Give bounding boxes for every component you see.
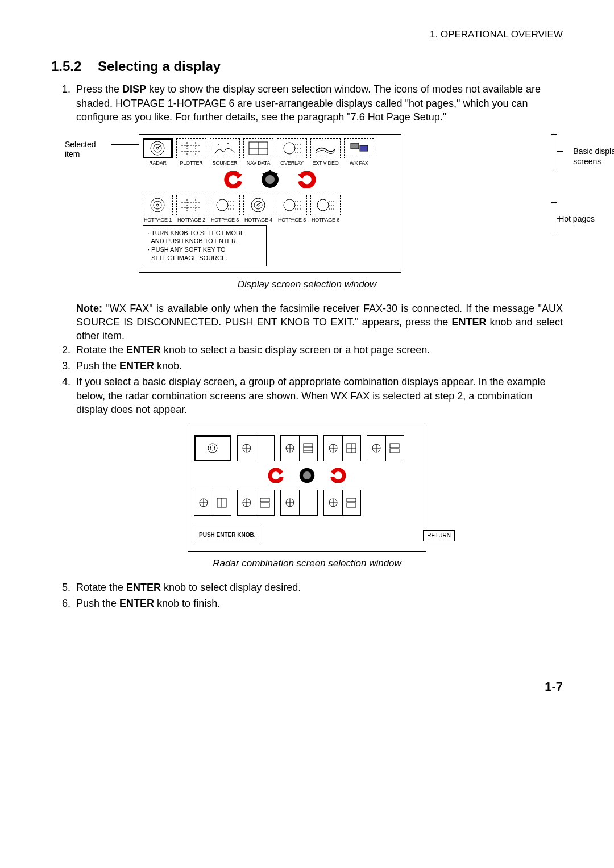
running-header: 1. OPERATIONAL OVERVIEW — [51, 28, 563, 41]
display-mode-thumb: HOTPAGE 6 — [310, 195, 341, 223]
note-paragraph: Note: "WX FAX" is available only when th… — [76, 302, 563, 343]
radar-icon — [243, 195, 273, 215]
svg-point-21 — [265, 175, 275, 184]
arrow-cw-icon — [329, 468, 347, 483]
arrow-cw-icon — [297, 171, 317, 188]
thumb-label: HOTPAGE 4 — [243, 216, 273, 223]
step-body: Rotate the ENTER knob to select a basic … — [76, 343, 563, 357]
step-number: 3. — [51, 359, 76, 373]
section-title: Selecting a display — [98, 59, 221, 74]
thumb-label: RADAR — [143, 160, 173, 166]
annot-hot-pages: Hot pages — [558, 214, 595, 224]
thumb-label: SOUNDER — [210, 160, 240, 166]
overlay-icon — [310, 195, 341, 215]
step-number: 5. — [51, 581, 76, 594]
thumb-label: HOTPAGE 5 — [277, 216, 307, 223]
svg-point-46 — [317, 199, 329, 211]
arrow-ccw-icon — [223, 171, 243, 188]
display-mode-thumb: OVERLAY — [277, 138, 307, 166]
push-enter-prompt: PUSH ENTER KNOB. — [194, 525, 260, 545]
svg-point-74 — [303, 471, 311, 479]
svg-point-9 — [227, 143, 229, 144]
step-body: If you select a basic display screen, a … — [76, 375, 563, 416]
page-number: 1-7 — [51, 678, 563, 695]
radar-icon — [143, 138, 173, 158]
display-mode-thumb: WX FAX — [344, 138, 374, 166]
svg-rect-92 — [347, 498, 356, 502]
svg-point-34 — [217, 199, 228, 211]
svg-point-8 — [218, 144, 219, 145]
section-number: 1.5.2 — [51, 59, 81, 74]
sounder-icon — [210, 138, 240, 158]
knob-icon — [298, 467, 316, 484]
combo-thumb — [237, 490, 275, 516]
combo-thumb — [194, 490, 231, 516]
svg-point-50 — [208, 444, 217, 453]
svg-rect-70 — [390, 444, 399, 448]
overlay-icon — [210, 195, 240, 215]
instruction-box: · TURN KNOB TO SELECT MODE AND PUSH KNOB… — [143, 225, 267, 266]
svg-point-51 — [210, 446, 215, 450]
combo-thumb — [323, 490, 361, 516]
display-mode-thumb: HOTPAGE 4 — [243, 195, 273, 223]
arrow-ccw-icon — [267, 468, 285, 483]
step-number: 6. — [51, 596, 76, 610]
figure1-caption: Display screen selection window — [51, 278, 563, 291]
wx-icon — [344, 138, 374, 158]
display-mode-thumb: HOTPAGE 2 — [176, 195, 206, 223]
thumb-label: EXT VIDEO — [310, 160, 341, 166]
thumb-label: NAV DATA — [243, 160, 273, 166]
svg-rect-93 — [347, 503, 356, 507]
thumb-label: HOTPAGE 3 — [210, 216, 240, 223]
thumb-label: HOTPAGE 1 — [143, 216, 173, 223]
figure2-caption: Radar combination screen selection windo… — [51, 557, 563, 570]
steps-list-a: 1. Press the DISP key to show the displa… — [51, 82, 563, 124]
steps-list-c: 5.Rotate the ENTER knob to select displa… — [51, 581, 563, 611]
display-mode-thumb: RADAR — [143, 138, 173, 166]
display-mode-thumb: PLOTTER — [176, 138, 206, 166]
thumb-label: OVERLAY — [277, 160, 307, 166]
figure-display-selection: Selected item Basic display screens Hot … — [76, 134, 563, 273]
step-number: 4. — [51, 375, 76, 416]
step-body: Rotate the ENTER knob to select display … — [76, 581, 563, 594]
step-body: Push the ENTER knob to finish. — [76, 596, 563, 610]
svg-rect-71 — [390, 449, 399, 453]
step-number: 2. — [51, 343, 76, 357]
thumb-label: HOTPAGE 6 — [310, 216, 341, 223]
svg-rect-58 — [304, 444, 313, 453]
combo-thumb — [194, 435, 231, 461]
thumb-label: HOTPAGE 2 — [176, 216, 206, 223]
svg-point-13 — [284, 143, 295, 154]
svg-rect-18 — [360, 145, 368, 151]
plotter-icon — [176, 195, 206, 215]
steps-list-b: 2.Rotate the ENTER knob to select a basi… — [51, 343, 563, 416]
svg-rect-17 — [351, 143, 359, 149]
display-mode-thumb: NAV DATA — [243, 138, 273, 166]
step-body: Press the DISP key to show the display s… — [76, 82, 563, 124]
thumb-label: PLOTTER — [176, 160, 206, 166]
return-button[interactable]: RETURN — [423, 530, 455, 541]
combo-thumb — [280, 435, 318, 461]
display-mode-thumb: HOTPAGE 3 — [210, 195, 240, 223]
figure-radar-combination: PUSH ENTER KNOB. RETURN — [188, 427, 426, 552]
radar-icon — [143, 195, 173, 215]
thumb-label: WX FAX — [344, 160, 374, 166]
overlay-icon — [277, 138, 307, 158]
display-mode-thumb: SOUNDER — [210, 138, 240, 166]
combo-thumb — [367, 435, 404, 461]
annot-basic-screens: Basic display screens — [573, 147, 614, 166]
combo-thumb — [323, 435, 361, 461]
combo-thumb — [280, 490, 318, 516]
display-mode-thumb: EXT VIDEO — [310, 138, 341, 166]
step-number: 1. — [51, 82, 76, 124]
svg-rect-84 — [260, 498, 269, 502]
annot-selected-item: Selected item — [65, 140, 96, 159]
svg-rect-85 — [260, 503, 269, 507]
display-mode-thumb: HOTPAGE 5 — [277, 195, 307, 223]
display-mode-thumb: HOTPAGE 1 — [143, 195, 173, 223]
step-body: Push the ENTER knob. — [76, 359, 563, 373]
overlay-icon — [277, 195, 307, 215]
svg-point-42 — [284, 199, 295, 211]
nav-icon — [243, 138, 273, 158]
plotter-icon — [176, 138, 206, 158]
